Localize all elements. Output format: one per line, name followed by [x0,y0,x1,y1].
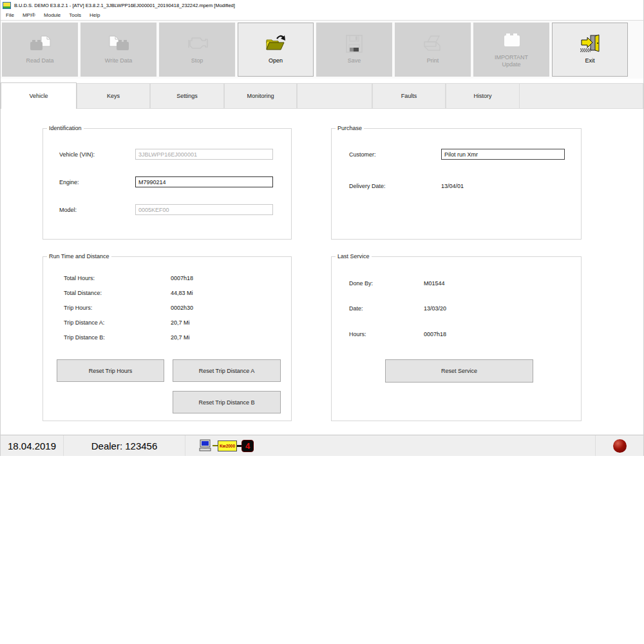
tab-history-label: History [473,93,491,99]
menu-bar: File MPI® Module Tools Help [1,10,643,20]
tab-faults-label: Faults [401,93,417,99]
stop-label: Stop [173,57,222,64]
delivery-date-label: Delivery Date: [349,183,441,189]
trip-hours-label: Trip Hours: [64,305,171,311]
runtime-legend: Run Time and Distance [47,253,111,260]
menu-file[interactable]: File [6,12,14,18]
status-led-panel [595,435,643,456]
read-data-label: Read Data [15,57,64,64]
app-window: B.U.D.S. DEMO E3.8.2.1 - [ATV] E3.8.2.1_… [0,0,644,456]
tab-strip: Vehicle Keys Settings Monitoring Faults … [1,79,643,109]
title-bar: B.U.D.S. DEMO E3.8.2.1 - [ATV] E3.8.2.1_… [1,0,643,10]
exit-door-icon [577,34,603,53]
reset-trip-distance-b-button[interactable]: Reset Trip Distance B [173,391,281,413]
trip-distance-b-value: 20,7 Mi [171,334,190,341]
done-by-value: M01544 [424,280,445,287]
customer-label: Customer: [349,151,441,158]
status-led-icon [613,439,627,453]
last-service-legend: Last Service [336,253,372,260]
purchase-legend: Purchase [336,125,364,131]
status-date-panel: 18.04.2019 [1,435,63,456]
customer-input[interactable] [441,149,565,160]
window-title: B.U.D.S. DEMO E3.8.2.1 - [ATV] E3.8.2.1_… [14,3,235,8]
tab-faults[interactable]: Faults [372,83,446,109]
save-label: Save [330,57,379,64]
print-button: Print [395,23,471,77]
tab-settings-label: Settings [176,93,198,99]
status-dealer: Dealer: 123456 [91,440,158,451]
reset-service-button[interactable]: Reset Service [385,359,533,383]
vehicle-tab-content: Identification Vehicle (VIN): Engine: Mo… [1,109,643,434]
menu-help[interactable]: Help [90,12,100,18]
menu-tools[interactable]: Tools [69,12,81,18]
toolbar: Read Data Write Data Stop [1,20,643,79]
tab-strip-filler [520,83,643,109]
engine-input[interactable] [135,176,273,187]
runtime-groupbox: Run Time and Distance Total Hours: 0007h… [43,256,292,421]
important-update-label: IMPORTANT Update [487,54,536,69]
mpi-connector-icon: 4 [242,440,254,452]
service-date-label: Date: [349,305,424,312]
connection-wire-left [213,445,218,446]
status-connection-panel: Kw2000 4 [185,435,595,456]
save-button: Save [316,23,392,77]
purchase-groupbox: Purchase Customer: Delivery Date: 13/04/… [331,128,582,240]
delivery-date-value: 13/04/01 [441,183,464,189]
status-dealer-panel: Dealer: 123456 [63,435,185,456]
total-distance-label: Total Distance: [64,290,171,296]
engine-icon [184,34,210,53]
status-bar: 18.04.2019 Dealer: 123456 Kw2000 4 [1,435,643,456]
status-date: 18.04.2019 [8,440,56,451]
write-data-label: Write Data [94,57,143,64]
printer-icon [420,34,446,53]
vin-label: Vehicle (VIN): [59,151,135,158]
model-label: Model: [59,207,135,213]
floppy-icon [341,34,367,53]
write-data-button: Write Data [80,23,156,77]
service-date-value: 13/03/20 [424,305,446,312]
total-distance-value: 44,83 Mi [171,290,193,296]
app-icon [3,2,11,9]
tab-blank [297,83,372,109]
trip-hours-value: 0002h30 [171,305,193,311]
tab-vehicle[interactable]: Vehicle [1,82,77,109]
exit-button[interactable]: Exit [552,23,628,77]
exit-label: Exit [565,57,614,64]
print-label: Print [408,57,457,64]
trip-distance-a-value: 20,7 Mi [171,319,190,326]
tab-keys[interactable]: Keys [77,83,150,109]
open-button[interactable]: Open [238,23,314,77]
module-update-icon [498,31,524,50]
tab-monitoring-label: Monitoring [247,93,274,99]
trip-distance-a-label: Trip Distance A: [64,319,171,326]
model-input [135,204,273,215]
total-hours-label: Total Hours: [64,275,171,281]
open-folder-icon [263,34,289,53]
identification-groupbox: Identification Vehicle (VIN): Engine: Mo… [43,128,292,240]
tab-vehicle-label: Vehicle [29,93,48,99]
last-service-groupbox: Last Service Done By: M01544 Date: 13/03… [331,256,582,421]
read-data-button: Read Data [2,23,78,77]
vin-input [135,149,273,160]
trip-distance-b-label: Trip Distance B: [64,334,171,341]
tab-keys-label: Keys [107,93,120,99]
service-hours-label: Hours: [349,331,424,337]
reset-trip-hours-button[interactable]: Reset Trip Hours [57,359,164,382]
engine-label: Engine: [59,179,135,185]
reset-trip-distance-a-button[interactable]: Reset Trip Distance A [173,359,281,382]
menu-mpi[interactable]: MPI® [23,12,35,18]
important-update-button: IMPORTANT Update [473,23,549,77]
total-hours-value: 0007h18 [171,275,193,281]
write-data-icon [106,34,131,53]
open-label: Open [251,57,300,64]
tab-settings[interactable]: Settings [150,83,224,109]
computer-icon [198,439,213,452]
connection-wire-right [237,445,242,447]
tab-history[interactable]: History [446,83,520,109]
read-data-icon [27,34,53,53]
kw2000-icon: Kw2000 [218,440,237,451]
tab-monitoring[interactable]: Monitoring [224,83,297,109]
service-hours-value: 0007h18 [424,331,446,337]
menu-module[interactable]: Module [44,12,61,18]
stop-button: Stop [159,23,235,77]
